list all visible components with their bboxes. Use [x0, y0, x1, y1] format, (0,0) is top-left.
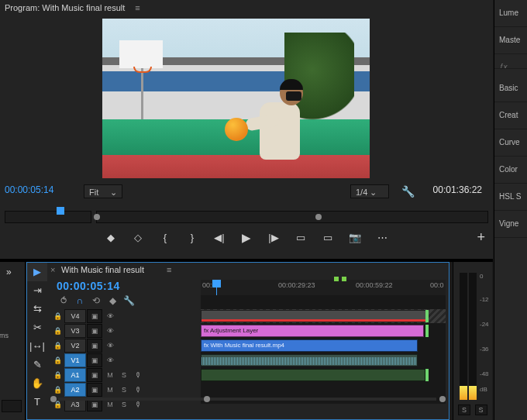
- sync-lock-icon[interactable]: ▣: [87, 324, 102, 338]
- track-name[interactable]: V2: [64, 339, 86, 353]
- more-button[interactable]: ⋯: [372, 229, 392, 246]
- solo-right[interactable]: S: [475, 405, 487, 415]
- mark-in-button[interactable]: ◆: [101, 229, 121, 246]
- meter-label: -48: [480, 370, 489, 377]
- eye-icon[interactable]: 👁: [103, 310, 117, 322]
- sync-lock-icon[interactable]: ▣: [87, 353, 102, 367]
- meter-left: [460, 273, 467, 400]
- track-header-v2[interactable]: 🔒 V2 ▣ 👁: [50, 339, 199, 353]
- timeline-ruler[interactable]: 00:00 00:00:29:23 00:00:59:22 00:0: [201, 280, 446, 295]
- program-playhead-icon[interactable]: [57, 207, 64, 215]
- program-current-timecode[interactable]: 00:00:05:14: [5, 184, 53, 195]
- zoom-handle-right[interactable]: [439, 396, 446, 402]
- zoom-handle-right[interactable]: [315, 214, 322, 220]
- insert-mode-icon[interactable]: ⥀: [57, 295, 71, 306]
- playback-quality-dropdown[interactable]: 1/4 ⌄: [350, 184, 389, 198]
- extract-button[interactable]: ▭: [318, 229, 338, 246]
- lift-button[interactable]: ▭: [291, 229, 311, 246]
- track-header-v4[interactable]: 🔒 V4 ▣ 👁: [50, 309, 199, 323]
- button-editor-add[interactable]: +: [477, 229, 485, 246]
- clip-adjustment-layer[interactable]: fx Adjustment Layer: [201, 325, 424, 337]
- timeline-zoom-scroll[interactable]: [50, 394, 446, 404]
- type-tool[interactable]: T: [27, 393, 47, 411]
- zoom-handle-left[interactable]: [50, 396, 57, 402]
- lock-icon[interactable]: 🔒: [50, 354, 64, 367]
- eye-icon[interactable]: 👁: [103, 339, 117, 352]
- rhs-item-vignette[interactable]: Vigne: [494, 211, 527, 238]
- mark-out-button[interactable]: ◇: [128, 229, 148, 246]
- rhs-item-hsl[interactable]: HSL S: [494, 184, 527, 211]
- go-to-in-button[interactable]: {: [155, 229, 175, 246]
- timeline-tracks[interactable]: fx Adjustment Layer fx With Music final …: [201, 295, 446, 404]
- track-name[interactable]: V3: [64, 324, 86, 338]
- settings-wrench-icon[interactable]: 🔧: [401, 185, 415, 198]
- selection-tool[interactable]: ▶: [27, 263, 47, 281]
- play-button[interactable]: ▶: [236, 229, 257, 246]
- program-scrub-bar[interactable]: [5, 206, 488, 226]
- meter-label: dB: [480, 386, 487, 393]
- panel-bottom-button[interactable]: [2, 400, 22, 412]
- go-to-out-button[interactable]: }: [182, 229, 202, 246]
- step-back-button[interactable]: ◀|: [209, 229, 229, 246]
- solo-left[interactable]: S: [458, 405, 470, 415]
- close-tab-icon[interactable]: ×: [50, 265, 55, 274]
- voiceover-icon[interactable]: 🎙: [131, 369, 145, 381]
- track-name[interactable]: A1: [64, 368, 86, 382]
- lock-icon[interactable]: 🔒: [50, 339, 64, 352]
- rhs-item-curves[interactable]: Curve: [494, 129, 527, 157]
- timeline-menu-icon[interactable]: ≡: [167, 265, 171, 274]
- meter-solo-buttons: S S: [458, 405, 490, 415]
- ripple-edit-tool[interactable]: ⇆: [27, 300, 47, 318]
- sync-lock-icon[interactable]: ▣: [87, 309, 102, 323]
- track-header-a1[interactable]: 🔒 A1 ▣ M S 🎙: [50, 368, 199, 382]
- track-name[interactable]: V4: [64, 309, 86, 323]
- marker-icon[interactable]: [342, 277, 346, 281]
- track-name[interactable]: V1: [64, 353, 86, 367]
- track-header-v3[interactable]: 🔒 V3 ▣ 👁: [50, 324, 199, 338]
- track-header-v1[interactable]: 🔒 V1 ▣ 👁: [50, 353, 199, 367]
- zoom-handle-mid[interactable]: [204, 396, 210, 402]
- timeline-options: ⥀ ∩ ⟲ ◆ 🔧: [57, 295, 212, 309]
- chevron-down-icon: ⌄: [110, 185, 117, 199]
- pen-tool[interactable]: ✎: [27, 356, 47, 374]
- slip-tool[interactable]: |↔|: [27, 337, 47, 356]
- rhs-item-lumetri[interactable]: Lume: [494, 0, 527, 27]
- solo-button[interactable]: S: [117, 369, 131, 381]
- marker-icon[interactable]: [334, 277, 339, 281]
- rhs-item-creative[interactable]: Creat: [494, 102, 527, 129]
- mute-button[interactable]: M: [103, 369, 117, 381]
- rhs-item-master[interactable]: Maste: [494, 27, 527, 54]
- clip-main-video[interactable]: fx With Music final result.mp4: [201, 339, 418, 352]
- program-title: Program: With Music final result ≡: [5, 3, 140, 12]
- sync-lock-icon[interactable]: ▣: [87, 368, 102, 382]
- lock-icon[interactable]: 🔒: [50, 325, 64, 337]
- expand-panel-icon[interactable]: »: [6, 267, 12, 277]
- zoom-fit-dropdown[interactable]: Fit ⌄: [84, 184, 122, 198]
- timeline-settings-icon[interactable]: 🔧: [122, 295, 136, 306]
- step-forward-button[interactable]: |▶: [264, 229, 284, 246]
- lock-icon[interactable]: 🔒: [50, 310, 64, 322]
- rhs-item-color[interactable]: Color: [494, 157, 527, 184]
- timeline-panel: ▶ ⇥ ⇆ ✂ |↔| ✎ ✋ T × With Music final res…: [26, 262, 450, 420]
- razor-tool[interactable]: ✂: [27, 318, 47, 337]
- program-viewer[interactable]: [102, 19, 370, 178]
- eye-icon[interactable]: 👁: [103, 354, 117, 367]
- snap-icon[interactable]: ∩: [73, 295, 87, 306]
- sync-lock-icon[interactable]: ▣: [87, 339, 102, 353]
- hand-tool[interactable]: ✋: [27, 374, 47, 393]
- zoom-handle-left[interactable]: [94, 214, 100, 220]
- rhs-item-basic[interactable]: Basic: [494, 75, 527, 102]
- add-marker-icon[interactable]: ◆: [105, 295, 119, 306]
- ruler-label: 00:00:59:22: [356, 281, 393, 289]
- linked-selection-icon[interactable]: ⟲: [89, 295, 103, 306]
- timeline-sequence-name[interactable]: With Music final result: [61, 265, 144, 274]
- export-frame-button[interactable]: 📷: [345, 229, 365, 246]
- eye-icon[interactable]: 👁: [103, 325, 117, 337]
- clip-a1[interactable]: [201, 354, 418, 367]
- timeline-current-timecode[interactable]: 00:00:05:14: [57, 280, 120, 292]
- track-select-tool[interactable]: ⇥: [27, 281, 47, 300]
- panel-menu-icon[interactable]: ≡: [135, 3, 140, 12]
- clip-v3[interactable]: [201, 310, 427, 322]
- lock-icon[interactable]: 🔒: [50, 369, 64, 381]
- clip-a2[interactable]: [201, 369, 425, 381]
